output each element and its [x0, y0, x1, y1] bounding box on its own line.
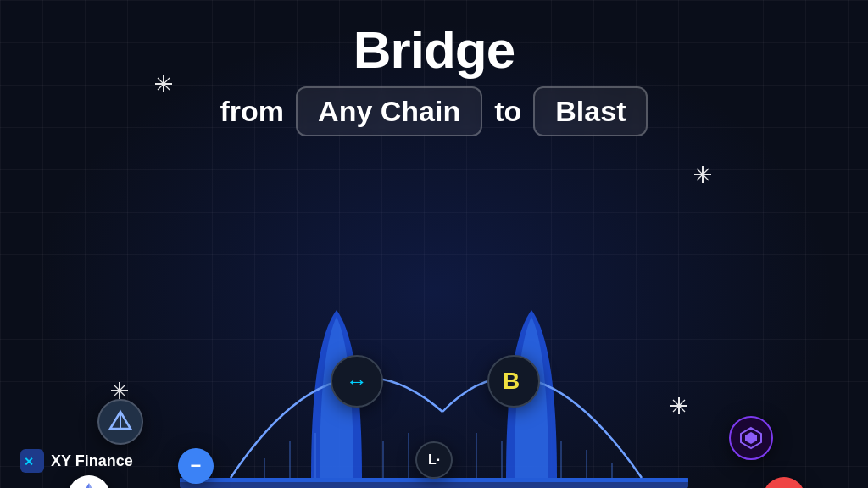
source-chain-pill[interactable]: Any Chain — [296, 86, 482, 136]
subtitle-row: from Any Chain to Blast — [220, 86, 648, 136]
bridge-visual-area: −↔ B L· — [0, 136, 868, 488]
unknown-l-icon: L· — [415, 441, 453, 479]
minus-blue-icon: − — [178, 448, 214, 484]
from-label: from — [220, 95, 285, 128]
svg-marker-14 — [81, 483, 89, 488]
polygon-icon — [729, 416, 773, 460]
main-content: Bridge from Any Chain to Blast — [0, 0, 868, 488]
blast-b-icon: B — [487, 355, 540, 408]
xy-exchange-icon: ↔ — [331, 355, 383, 408]
avalanche-icon — [763, 477, 805, 488]
arbitrum-icon — [97, 399, 143, 445]
svg-text:B: B — [503, 368, 520, 394]
ethereum-icon — [68, 475, 110, 488]
to-label: to — [494, 95, 521, 128]
svg-marker-15 — [89, 483, 97, 488]
destination-chain-pill[interactable]: Blast — [533, 86, 648, 136]
svg-marker-22 — [745, 432, 757, 444]
page-title: Bridge — [353, 24, 515, 76]
